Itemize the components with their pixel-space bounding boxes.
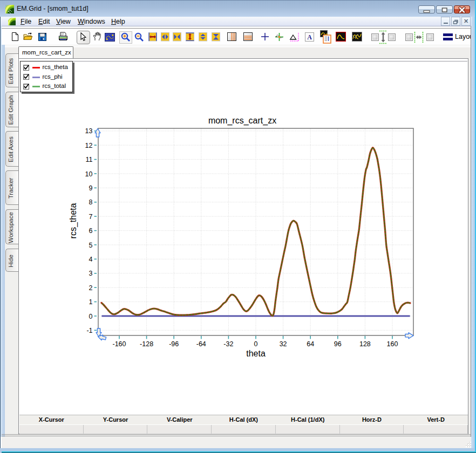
svg-text:13: 13 [85,127,93,135]
svg-text:-32: -32 [223,340,233,348]
svg-text:32: 32 [280,340,287,348]
svg-text:-96: -96 [169,340,179,348]
svg-text:0: 0 [254,340,258,348]
svg-text:2: 2 [89,284,93,292]
svg-text:10: 10 [85,170,93,178]
svg-text:4: 4 [89,256,93,263]
svg-text:9: 9 [89,184,93,192]
svg-text:64: 64 [307,340,314,348]
svg-text:0: 0 [89,313,93,320]
svg-text:11: 11 [86,156,93,163]
svg-text:5: 5 [89,242,93,249]
svg-text:mom_rcs_cart_zx: mom_rcs_cart_zx [208,116,276,126]
svg-text:-160: -160 [112,340,126,348]
svg-text:-64: -64 [196,340,206,348]
svg-text:7: 7 [89,213,93,221]
svg-text:12: 12 [85,142,93,149]
svg-text:128: 128 [359,340,371,348]
svg-text:160: 160 [387,340,398,348]
svg-text:-128: -128 [140,340,153,348]
svg-text:96: 96 [334,340,342,348]
svg-text:1: 1 [89,298,93,306]
svg-text:theta: theta [246,349,266,358]
svg-text:rcs_theta: rcs_theta [69,203,78,238]
svg-text:-1: -1 [86,327,92,334]
svg-text:8: 8 [89,198,93,206]
svg-text:3: 3 [89,270,93,277]
svg-text:6: 6 [89,227,93,235]
